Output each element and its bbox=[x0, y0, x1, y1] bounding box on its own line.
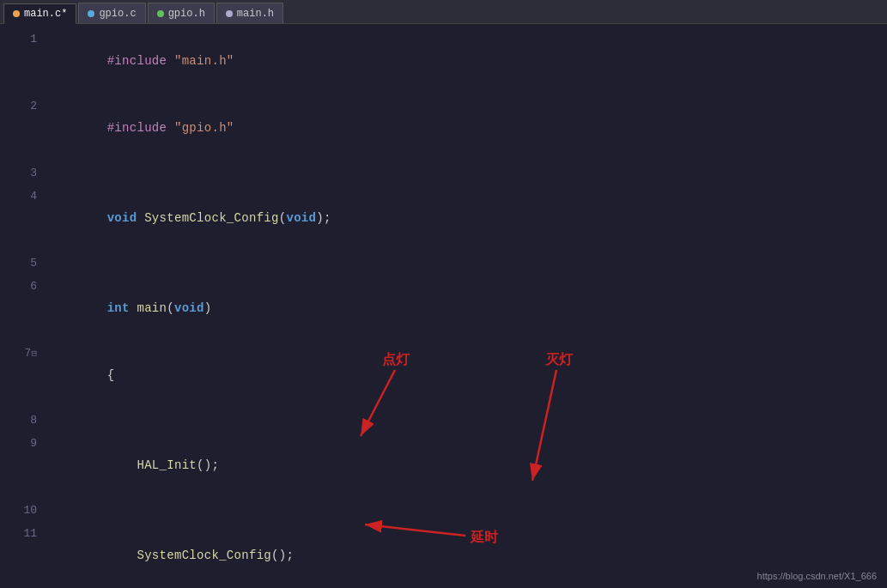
code-7: { bbox=[47, 342, 114, 409]
line-num-6: 6 bbox=[7, 276, 37, 298]
line-num-9: 9 bbox=[7, 433, 37, 455]
line-11: 11 SystemClock_Config(); bbox=[0, 522, 887, 588]
line-10: 10 bbox=[0, 499, 887, 522]
tab-dot-main-c bbox=[13, 10, 20, 17]
code-9: HAL_Init(); bbox=[47, 432, 219, 499]
line-5: 5 bbox=[0, 252, 887, 275]
tab-label-gpio-h: gpio.h bbox=[168, 8, 205, 20]
line-6: 6 int main(void) bbox=[0, 275, 887, 342]
tab-label-main-h: main.h bbox=[237, 8, 274, 20]
editor-wrapper: 1 #include "main.h" 2 #include "gpio.h" … bbox=[0, 24, 887, 588]
line-3: 3 bbox=[0, 161, 887, 185]
code-5 bbox=[47, 252, 55, 274]
line-num-5: 5 bbox=[7, 252, 37, 275]
line-8: 8 bbox=[0, 409, 887, 432]
line-num-10: 10 bbox=[7, 500, 37, 522]
tab-gpio-h[interactable]: gpio.h bbox=[148, 3, 215, 23]
code-2: #include "gpio.h" bbox=[47, 94, 234, 161]
line-4: 4 void SystemClock_Config(void); bbox=[0, 185, 887, 252]
tab-label-gpio-c: gpio.c bbox=[99, 8, 136, 20]
line-2: 2 #include "gpio.h" bbox=[0, 94, 887, 161]
tab-bar: main.c* gpio.c gpio.h main.h bbox=[0, 0, 887, 24]
line-num-8: 8 bbox=[7, 409, 37, 432]
line-num-1: 1 bbox=[7, 28, 37, 51]
line-num-7: 7⊟ bbox=[7, 342, 37, 365]
code-8 bbox=[47, 409, 55, 431]
code-1: #include "main.h" bbox=[47, 27, 234, 94]
tab-dot-main-h bbox=[226, 10, 233, 17]
code-4: void SystemClock_Config(void); bbox=[47, 185, 331, 252]
line-num-4: 4 bbox=[7, 185, 37, 208]
code-3 bbox=[47, 161, 55, 184]
code-10 bbox=[47, 499, 55, 521]
tab-main-c[interactable]: main.c* bbox=[3, 3, 76, 24]
tab-dot-gpio-c bbox=[88, 10, 94, 17]
tab-main-h[interactable]: main.h bbox=[216, 3, 283, 23]
line-num-11: 11 bbox=[7, 523, 37, 545]
line-1: 1 #include "main.h" bbox=[0, 27, 887, 94]
line-num-3: 3 bbox=[7, 162, 37, 185]
code-editor[interactable]: 1 #include "main.h" 2 #include "gpio.h" … bbox=[0, 24, 887, 588]
line-9: 9 HAL_Init(); bbox=[0, 432, 887, 499]
code-6: int main(void) bbox=[47, 275, 211, 342]
code-11: SystemClock_Config(); bbox=[47, 522, 294, 588]
line-num-2: 2 bbox=[7, 95, 37, 118]
watermark: https://blog.csdn.net/X1_666 bbox=[757, 571, 877, 581]
tab-dot-gpio-h bbox=[157, 10, 164, 17]
tab-label-main-c: main.c* bbox=[24, 8, 67, 20]
tab-gpio-c[interactable]: gpio.c bbox=[78, 3, 145, 23]
line-7: 7⊟ { bbox=[0, 342, 887, 409]
